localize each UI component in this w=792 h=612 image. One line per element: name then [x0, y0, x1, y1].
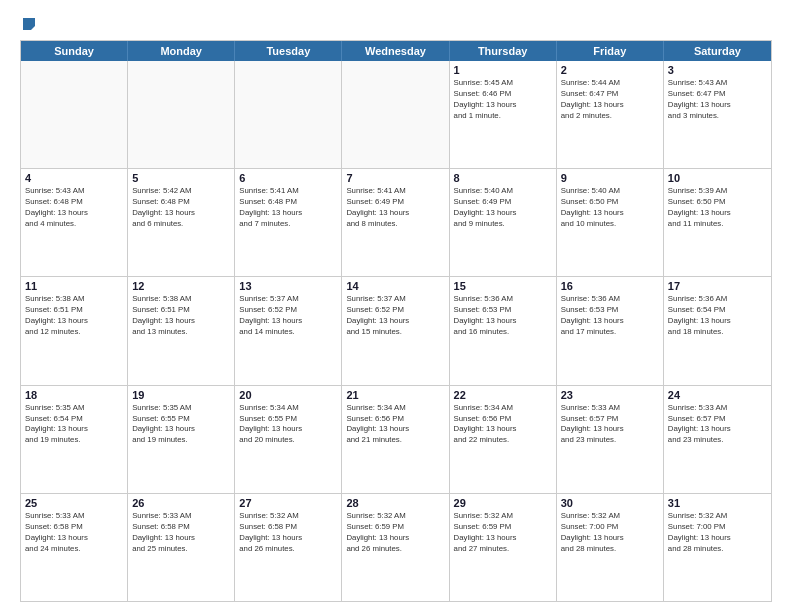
calendar-header-monday: Monday	[128, 41, 235, 61]
calendar-header-saturday: Saturday	[664, 41, 771, 61]
calendar-week-3: 11Sunrise: 5:38 AM Sunset: 6:51 PM Dayli…	[21, 277, 771, 385]
day-details: Sunrise: 5:33 AM Sunset: 6:57 PM Dayligh…	[668, 403, 767, 447]
calendar-header-sunday: Sunday	[21, 41, 128, 61]
day-number: 16	[561, 280, 659, 292]
day-details: Sunrise: 5:33 AM Sunset: 6:58 PM Dayligh…	[25, 511, 123, 555]
day-details: Sunrise: 5:32 AM Sunset: 7:00 PM Dayligh…	[668, 511, 767, 555]
day-number: 3	[668, 64, 767, 76]
calendar-day-9: 9Sunrise: 5:40 AM Sunset: 6:50 PM Daylig…	[557, 169, 664, 276]
day-details: Sunrise: 5:36 AM Sunset: 6:54 PM Dayligh…	[668, 294, 767, 338]
calendar-day-20: 20Sunrise: 5:34 AM Sunset: 6:55 PM Dayli…	[235, 386, 342, 493]
calendar-day-3: 3Sunrise: 5:43 AM Sunset: 6:47 PM Daylig…	[664, 61, 771, 168]
calendar-header-tuesday: Tuesday	[235, 41, 342, 61]
day-details: Sunrise: 5:42 AM Sunset: 6:48 PM Dayligh…	[132, 186, 230, 230]
day-number: 25	[25, 497, 123, 509]
calendar-day-16: 16Sunrise: 5:36 AM Sunset: 6:53 PM Dayli…	[557, 277, 664, 384]
day-details: Sunrise: 5:34 AM Sunset: 6:56 PM Dayligh…	[454, 403, 552, 447]
calendar-header-friday: Friday	[557, 41, 664, 61]
calendar-day-25: 25Sunrise: 5:33 AM Sunset: 6:58 PM Dayli…	[21, 494, 128, 601]
calendar-empty-cell	[21, 61, 128, 168]
day-number: 29	[454, 497, 552, 509]
day-details: Sunrise: 5:44 AM Sunset: 6:47 PM Dayligh…	[561, 78, 659, 122]
calendar-week-2: 4Sunrise: 5:43 AM Sunset: 6:48 PM Daylig…	[21, 169, 771, 277]
calendar-day-30: 30Sunrise: 5:32 AM Sunset: 7:00 PM Dayli…	[557, 494, 664, 601]
day-details: Sunrise: 5:38 AM Sunset: 6:51 PM Dayligh…	[132, 294, 230, 338]
day-number: 12	[132, 280, 230, 292]
day-number: 27	[239, 497, 337, 509]
calendar-day-7: 7Sunrise: 5:41 AM Sunset: 6:49 PM Daylig…	[342, 169, 449, 276]
day-details: Sunrise: 5:34 AM Sunset: 6:56 PM Dayligh…	[346, 403, 444, 447]
calendar-day-6: 6Sunrise: 5:41 AM Sunset: 6:48 PM Daylig…	[235, 169, 342, 276]
day-number: 22	[454, 389, 552, 401]
page-header	[20, 16, 772, 32]
calendar-week-4: 18Sunrise: 5:35 AM Sunset: 6:54 PM Dayli…	[21, 386, 771, 494]
day-number: 9	[561, 172, 659, 184]
day-number: 6	[239, 172, 337, 184]
calendar-day-28: 28Sunrise: 5:32 AM Sunset: 6:59 PM Dayli…	[342, 494, 449, 601]
calendar-day-18: 18Sunrise: 5:35 AM Sunset: 6:54 PM Dayli…	[21, 386, 128, 493]
day-details: Sunrise: 5:36 AM Sunset: 6:53 PM Dayligh…	[454, 294, 552, 338]
day-number: 20	[239, 389, 337, 401]
day-details: Sunrise: 5:45 AM Sunset: 6:46 PM Dayligh…	[454, 78, 552, 122]
day-details: Sunrise: 5:32 AM Sunset: 6:59 PM Dayligh…	[454, 511, 552, 555]
day-number: 24	[668, 389, 767, 401]
calendar-day-22: 22Sunrise: 5:34 AM Sunset: 6:56 PM Dayli…	[450, 386, 557, 493]
calendar-day-27: 27Sunrise: 5:32 AM Sunset: 6:58 PM Dayli…	[235, 494, 342, 601]
calendar-day-23: 23Sunrise: 5:33 AM Sunset: 6:57 PM Dayli…	[557, 386, 664, 493]
day-details: Sunrise: 5:43 AM Sunset: 6:47 PM Dayligh…	[668, 78, 767, 122]
calendar-empty-cell	[128, 61, 235, 168]
calendar: SundayMondayTuesdayWednesdayThursdayFrid…	[20, 40, 772, 602]
calendar-day-24: 24Sunrise: 5:33 AM Sunset: 6:57 PM Dayli…	[664, 386, 771, 493]
day-number: 10	[668, 172, 767, 184]
calendar-header-thursday: Thursday	[450, 41, 557, 61]
day-number: 31	[668, 497, 767, 509]
calendar-day-1: 1Sunrise: 5:45 AM Sunset: 6:46 PM Daylig…	[450, 61, 557, 168]
day-number: 7	[346, 172, 444, 184]
calendar-empty-cell	[235, 61, 342, 168]
calendar-week-1: 1Sunrise: 5:45 AM Sunset: 6:46 PM Daylig…	[21, 61, 771, 169]
svg-marker-0	[23, 18, 35, 30]
day-details: Sunrise: 5:39 AM Sunset: 6:50 PM Dayligh…	[668, 186, 767, 230]
calendar-day-5: 5Sunrise: 5:42 AM Sunset: 6:48 PM Daylig…	[128, 169, 235, 276]
day-details: Sunrise: 5:32 AM Sunset: 6:59 PM Dayligh…	[346, 511, 444, 555]
day-details: Sunrise: 5:33 AM Sunset: 6:57 PM Dayligh…	[561, 403, 659, 447]
logo-triangle-icon	[21, 16, 37, 32]
calendar-day-21: 21Sunrise: 5:34 AM Sunset: 6:56 PM Dayli…	[342, 386, 449, 493]
calendar-day-12: 12Sunrise: 5:38 AM Sunset: 6:51 PM Dayli…	[128, 277, 235, 384]
day-details: Sunrise: 5:33 AM Sunset: 6:58 PM Dayligh…	[132, 511, 230, 555]
day-number: 1	[454, 64, 552, 76]
calendar-day-15: 15Sunrise: 5:36 AM Sunset: 6:53 PM Dayli…	[450, 277, 557, 384]
day-number: 13	[239, 280, 337, 292]
day-number: 14	[346, 280, 444, 292]
day-details: Sunrise: 5:41 AM Sunset: 6:49 PM Dayligh…	[346, 186, 444, 230]
day-details: Sunrise: 5:36 AM Sunset: 6:53 PM Dayligh…	[561, 294, 659, 338]
day-number: 19	[132, 389, 230, 401]
calendar-day-17: 17Sunrise: 5:36 AM Sunset: 6:54 PM Dayli…	[664, 277, 771, 384]
day-details: Sunrise: 5:37 AM Sunset: 6:52 PM Dayligh…	[239, 294, 337, 338]
calendar-day-11: 11Sunrise: 5:38 AM Sunset: 6:51 PM Dayli…	[21, 277, 128, 384]
day-number: 18	[25, 389, 123, 401]
calendar-day-19: 19Sunrise: 5:35 AM Sunset: 6:55 PM Dayli…	[128, 386, 235, 493]
day-number: 17	[668, 280, 767, 292]
calendar-header-wednesday: Wednesday	[342, 41, 449, 61]
day-details: Sunrise: 5:41 AM Sunset: 6:48 PM Dayligh…	[239, 186, 337, 230]
calendar-day-29: 29Sunrise: 5:32 AM Sunset: 6:59 PM Dayli…	[450, 494, 557, 601]
day-number: 30	[561, 497, 659, 509]
day-number: 8	[454, 172, 552, 184]
calendar-day-13: 13Sunrise: 5:37 AM Sunset: 6:52 PM Dayli…	[235, 277, 342, 384]
day-number: 28	[346, 497, 444, 509]
calendar-header-row: SundayMondayTuesdayWednesdayThursdayFrid…	[21, 41, 771, 61]
day-details: Sunrise: 5:32 AM Sunset: 7:00 PM Dayligh…	[561, 511, 659, 555]
day-details: Sunrise: 5:38 AM Sunset: 6:51 PM Dayligh…	[25, 294, 123, 338]
page: SundayMondayTuesdayWednesdayThursdayFrid…	[0, 0, 792, 612]
calendar-day-31: 31Sunrise: 5:32 AM Sunset: 7:00 PM Dayli…	[664, 494, 771, 601]
calendar-week-5: 25Sunrise: 5:33 AM Sunset: 6:58 PM Dayli…	[21, 494, 771, 601]
day-details: Sunrise: 5:34 AM Sunset: 6:55 PM Dayligh…	[239, 403, 337, 447]
day-details: Sunrise: 5:40 AM Sunset: 6:50 PM Dayligh…	[561, 186, 659, 230]
day-number: 4	[25, 172, 123, 184]
calendar-day-2: 2Sunrise: 5:44 AM Sunset: 6:47 PM Daylig…	[557, 61, 664, 168]
day-details: Sunrise: 5:43 AM Sunset: 6:48 PM Dayligh…	[25, 186, 123, 230]
calendar-empty-cell	[342, 61, 449, 168]
day-number: 5	[132, 172, 230, 184]
day-number: 2	[561, 64, 659, 76]
